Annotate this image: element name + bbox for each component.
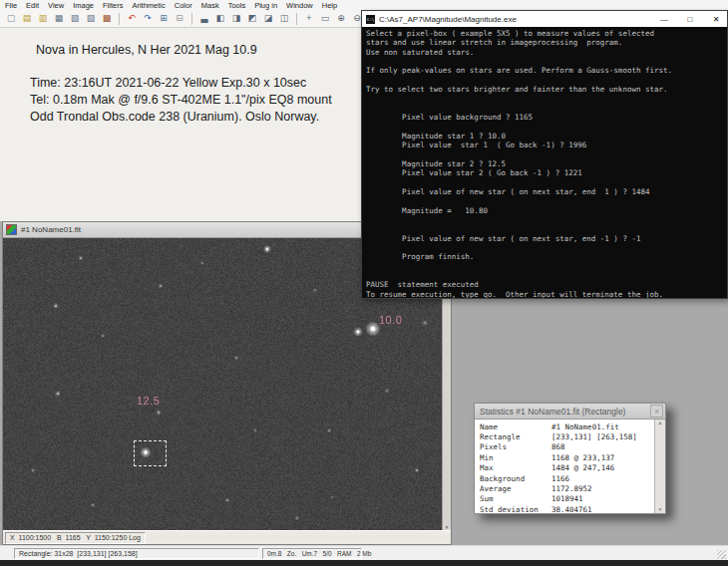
image-stretch-info: X 1100:1500 B 1165 Y 1150:1250 Log	[5, 532, 146, 544]
stats-row-label: Name	[480, 423, 551, 431]
console-icon: C:\	[366, 15, 375, 24]
stats-row-value: 1168 @ 233,137	[551, 453, 614, 462]
menu-item-edit[interactable]: Edit	[26, 1, 39, 10]
menu-item-view[interactable]: View	[48, 1, 64, 10]
magnify-table-icon[interactable]: ◫	[277, 12, 291, 26]
stats-row: Std deviation38.404761	[480, 504, 654, 513]
menu-item-window[interactable]: Window	[286, 1, 313, 10]
stats-row: Average1172.8952	[480, 483, 654, 493]
image-window-title: #1 NoName01.fit	[21, 225, 81, 234]
astroart-main-window: FileEditViewImageFiltersArithmeticColorM…	[0, 0, 728, 566]
menu-item-image[interactable]: Image	[73, 1, 94, 10]
stats-row-label: Average	[480, 484, 551, 493]
stats-row-label: Background	[480, 474, 551, 483]
stats-row-label: Max	[480, 463, 551, 472]
statusbar-rectangle-info: Rectangle: 31x28 [233,131] [263,158]	[14, 548, 259, 559]
toolbar-separator	[119, 13, 120, 25]
close-icon[interactable]: ✕	[705, 15, 727, 24]
stats-row-value: #1 NoName01.fit	[551, 423, 619, 431]
open-recent-icon[interactable]: ▥	[36, 12, 50, 26]
console-text: Select a pixel-box ( example 5X5 ) to me…	[362, 27, 727, 298]
console-titlebar[interactable]: C:\ C:\As7_AP7\Magnitude\Magnitude.exe —…	[362, 11, 727, 27]
maximize-icon[interactable]: □	[679, 15, 701, 24]
stats-row: Pixels868	[480, 442, 654, 452]
zoom-in-icon[interactable]: ⊕	[334, 12, 348, 26]
menu-item-mask[interactable]: Mask	[201, 1, 219, 10]
toolbar-separator	[191, 13, 192, 25]
new-window-icon[interactable]: ▨	[84, 12, 98, 26]
stats-row-value: 1172.8952	[551, 484, 592, 493]
menu-item-help[interactable]: Help	[322, 1, 337, 10]
histogram-icon[interactable]: ▃	[197, 12, 211, 26]
note-telescope: Tel: 0.18m Mak @ f/9.6 ST-402ME 1.1"/pix…	[30, 93, 332, 107]
statistics-icon[interactable]: ◪	[261, 12, 275, 26]
magnitude-label-10: 10.0	[379, 314, 402, 326]
stats-row-label: Rectangle	[480, 432, 551, 441]
stats-row-value: 38.404761	[551, 505, 592, 513]
stats-row-label: Pixels	[480, 442, 551, 451]
menu-item-tools[interactable]: Tools	[228, 1, 246, 10]
stats-row: Min1168 @ 233,137	[480, 452, 654, 462]
copy-icon[interactable]: ⊞	[157, 12, 171, 26]
resize-grip[interactable]	[717, 550, 726, 559]
menu-item-plug-in[interactable]: Plug in	[254, 1, 277, 10]
stats-row-label: Std deviation	[480, 505, 551, 513]
select-rect-icon[interactable]: ▭	[318, 12, 332, 26]
stats-row-value: 868	[551, 442, 565, 451]
paste-icon[interactable]: ⊟	[173, 12, 186, 26]
levels-icon[interactable]: ◧	[213, 12, 227, 26]
console-body[interactable]: Select a pixel-box ( example 5X5 ) to me…	[362, 27, 727, 298]
stats-row-label: Min	[480, 453, 551, 462]
image-window-statusbar: X 1100:1500 B 1165 Y 1150:1250 Log	[3, 530, 451, 544]
note-title: Nova in Hercules, N Her 2021 Mag 10.9	[36, 43, 257, 57]
new-image-icon[interactable]: ▢	[4, 12, 18, 26]
close-folder-icon[interactable]: ▩	[100, 12, 114, 26]
app-statusbar: Rectangle: 31x28 [233,131] [263,158] 0m.…	[0, 545, 728, 561]
curves-icon[interactable]: ◨	[229, 12, 243, 26]
statistics-title: Statistics #1 NoName01.fit (Rectangle)	[480, 407, 650, 417]
statistics-table: Name#1 NoName01.fitRectangle[233,131] [2…	[475, 420, 654, 513]
menu-item-filters[interactable]: Filters	[103, 1, 123, 10]
threshold-icon[interactable]: ◩	[245, 12, 259, 26]
console-title: C:\As7_AP7\Magnitude\Magnitude.exe	[379, 15, 649, 24]
stats-row: Rectangle[233,131] [263,158]	[480, 431, 654, 441]
pixel-selection-box	[134, 440, 167, 466]
menu-item-color[interactable]: Color	[175, 1, 192, 10]
taskbar-edge	[0, 560, 728, 566]
stats-row-value: 1166	[551, 474, 569, 483]
close-icon[interactable]: ✕	[650, 405, 663, 418]
note-observer: Odd Trondal Obs.code 238 (Uranium). Oslo…	[30, 110, 319, 124]
pan-icon[interactable]: +	[302, 12, 316, 26]
magnitude-label-12-5: 12.5	[137, 395, 160, 407]
stats-row: Max1484 @ 247,146	[480, 463, 654, 473]
undo-icon[interactable]: ↶	[125, 12, 139, 26]
stats-row: Sum1018941	[480, 494, 654, 504]
toolbar-separator	[296, 13, 297, 25]
stats-row: Name#1 NoName01.fit	[480, 422, 654, 431]
statistics-titlebar[interactable]: Statistics #1 NoName01.fit (Rectangle) ✕	[475, 404, 665, 420]
stats-row-label: Sum	[480, 494, 551, 503]
menu-bar: FileEditViewImageFiltersArithmeticColorM…	[0, 0, 728, 10]
save-as-icon[interactable]: ▧	[68, 12, 82, 26]
redo-icon[interactable]: ↷	[141, 12, 155, 26]
menu-item-file[interactable]: File	[5, 1, 17, 10]
image-window-icon	[6, 224, 17, 235]
statistics-window: Statistics #1 NoName01.fit (Rectangle) ✕…	[474, 403, 666, 514]
scroll-up-icon[interactable]: ▲	[658, 420, 663, 426]
stats-row: Background1166	[480, 473, 654, 483]
menu-item-arithmetic[interactable]: Arithmetic	[132, 1, 165, 10]
console-window: C:\ C:\As7_AP7\Magnitude\Magnitude.exe —…	[361, 10, 728, 299]
stats-row-value: 1484 @ 247,146	[551, 463, 614, 472]
statusbar-system-info: 0m.8 Zo. Um.7 5/0 RAM 2 Mb	[262, 548, 362, 559]
save-icon[interactable]: ▦	[52, 12, 66, 26]
scroll-down-icon[interactable]: ▼	[658, 506, 663, 513]
stats-row-value: 1018941	[551, 494, 583, 503]
statistics-scrollbar[interactable]: ▲ ▼	[654, 420, 665, 513]
open-file-icon[interactable]: ▤	[20, 12, 34, 26]
observation-note-panel: Nova in Hercules, N Her 2021 Mag 10.9 Ti…	[0, 28, 365, 221]
minimize-icon[interactable]: —	[653, 15, 675, 24]
stats-row-value: [233,131] [263,158]	[551, 432, 637, 441]
note-time: Time: 23:16UT 2021-06-22 Yellow Exp.30 x…	[30, 76, 306, 90]
